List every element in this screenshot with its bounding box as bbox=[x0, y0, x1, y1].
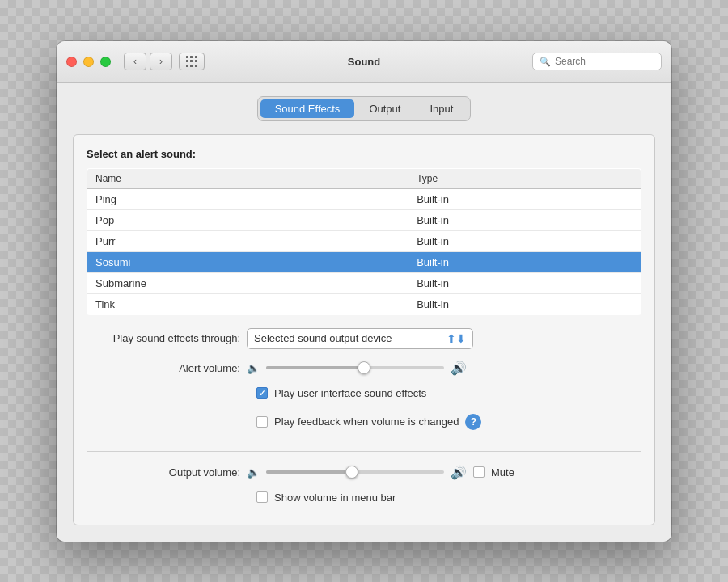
ui-sound-wrapper: Play user interface sound effects bbox=[87, 387, 641, 407]
play-through-row: Play sound effects through: Selected sou… bbox=[87, 328, 641, 349]
play-through-dropdown[interactable]: Selected sound output device ⬆⬇ bbox=[247, 328, 473, 349]
menubar-label: Show volume in menu bar bbox=[274, 491, 396, 504]
menubar-checkbox-row: Show volume in menu bar bbox=[256, 491, 641, 504]
alert-volume-fill bbox=[266, 366, 364, 369]
alert-volume-row: Alert volume: 🔈 🔊 bbox=[87, 361, 641, 376]
tab-input[interactable]: Input bbox=[415, 99, 468, 118]
nav-buttons: ‹ › bbox=[124, 53, 172, 70]
alert-volume-slider-container: 🔈 🔊 bbox=[247, 361, 641, 376]
table-row[interactable]: Submarine Built-in bbox=[87, 272, 641, 293]
sound-type-cell: Built-in bbox=[408, 251, 641, 272]
sound-name-cell: Purr bbox=[87, 230, 409, 251]
output-volume-fill bbox=[266, 470, 352, 474]
main-window: ‹ › Sound 🔍 Sound Effects Output Input S… bbox=[57, 41, 671, 542]
minimize-button[interactable] bbox=[83, 57, 94, 67]
mute-label: Mute bbox=[491, 466, 514, 479]
mute-checkbox[interactable] bbox=[473, 466, 485, 478]
volume-low-icon: 🔈 bbox=[247, 362, 260, 374]
output-volume-low-icon: 🔈 bbox=[247, 466, 260, 479]
forward-button[interactable]: › bbox=[150, 53, 172, 70]
output-volume-label: Output volume: bbox=[87, 466, 240, 479]
back-button[interactable]: ‹ bbox=[124, 53, 146, 70]
alert-section-title: Select an alert sound: bbox=[87, 148, 641, 160]
feedback-row: Play feedback when volume is changed ? bbox=[87, 414, 641, 438]
search-input[interactable] bbox=[555, 56, 654, 67]
output-volume-thumb[interactable] bbox=[345, 466, 358, 479]
sound-type-cell: Built-in bbox=[408, 188, 641, 209]
divider bbox=[87, 451, 641, 452]
tab-sound-effects[interactable]: Sound Effects bbox=[260, 99, 355, 118]
sound-name-cell: Tink bbox=[87, 293, 409, 314]
volume-high-icon: 🔊 bbox=[451, 361, 467, 376]
sound-type-cell: Built-in bbox=[408, 209, 641, 230]
close-button[interactable] bbox=[66, 57, 77, 67]
alert-volume-label: Alert volume: bbox=[87, 362, 240, 374]
grid-view-button[interactable] bbox=[179, 53, 205, 70]
table-row[interactable]: Pop Built-in bbox=[87, 209, 641, 230]
feedback-label: Play feedback when volume is changed bbox=[274, 415, 459, 428]
play-through-value: Selected sound output device bbox=[254, 332, 392, 344]
sound-type-cell: Built-in bbox=[408, 293, 641, 314]
ui-sound-checkbox[interactable] bbox=[256, 387, 268, 399]
search-box[interactable]: 🔍 bbox=[532, 53, 662, 70]
settings-panel: Select an alert sound: Name Type Ping Bu… bbox=[73, 134, 655, 525]
table-row[interactable]: Ping Built-in bbox=[87, 188, 641, 209]
feedback-checkbox[interactable] bbox=[256, 416, 268, 428]
search-icon: 🔍 bbox=[540, 57, 551, 67]
menubar-checkbox[interactable] bbox=[256, 491, 268, 503]
dropdown-arrow-icon: ⬆⬇ bbox=[447, 332, 466, 345]
ui-sound-row: Play user interface sound effects bbox=[87, 387, 641, 407]
sound-name-cell: Submarine bbox=[87, 272, 409, 293]
window-title: Sound bbox=[348, 56, 380, 68]
output-volume-row: Output volume: 🔈 🔊 Mute bbox=[87, 465, 641, 480]
output-volume-track[interactable] bbox=[266, 470, 444, 474]
sound-table: Name Type Ping Built-in Pop Built-in Pur… bbox=[87, 168, 641, 315]
sound-type-cell: Built-in bbox=[408, 230, 641, 251]
col-header-type: Type bbox=[408, 168, 641, 188]
ui-sound-checkbox-row: Play user interface sound effects bbox=[256, 387, 426, 399]
feedback-checkbox-row: Play feedback when volume is changed ? bbox=[256, 414, 481, 430]
tab-bar: Sound Effects Output Input bbox=[257, 96, 472, 121]
traffic-lights bbox=[66, 57, 111, 67]
help-button[interactable]: ? bbox=[465, 414, 481, 430]
tab-output[interactable]: Output bbox=[354, 99, 415, 118]
output-volume-slider-container: 🔈 🔊 Mute bbox=[247, 465, 641, 480]
alert-volume-thumb[interactable] bbox=[358, 361, 370, 374]
sound-name-cell: Pop bbox=[87, 209, 409, 230]
output-volume-high-icon: 🔊 bbox=[451, 465, 467, 480]
grid-dots-icon bbox=[186, 56, 198, 68]
sound-type-cell: Built-in bbox=[408, 272, 641, 293]
ui-sound-label: Play user interface sound effects bbox=[274, 387, 426, 399]
alert-volume-track[interactable] bbox=[266, 366, 444, 369]
sound-name-cell: Sosumi bbox=[87, 251, 409, 272]
content-area: Sound Effects Output Input Select an ale… bbox=[57, 83, 671, 542]
col-header-name: Name bbox=[87, 168, 409, 188]
titlebar: ‹ › Sound 🔍 bbox=[57, 41, 671, 83]
sound-name-cell: Ping bbox=[87, 188, 409, 209]
play-through-label: Play sound effects through: bbox=[87, 332, 240, 344]
feedback-wrapper: Play feedback when volume is changed ? bbox=[87, 414, 641, 438]
table-row[interactable]: Sosumi Built-in bbox=[87, 251, 641, 272]
table-row[interactable]: Tink Built-in bbox=[87, 293, 641, 314]
table-row[interactable]: Purr Built-in bbox=[87, 230, 641, 251]
maximize-button[interactable] bbox=[100, 57, 111, 67]
